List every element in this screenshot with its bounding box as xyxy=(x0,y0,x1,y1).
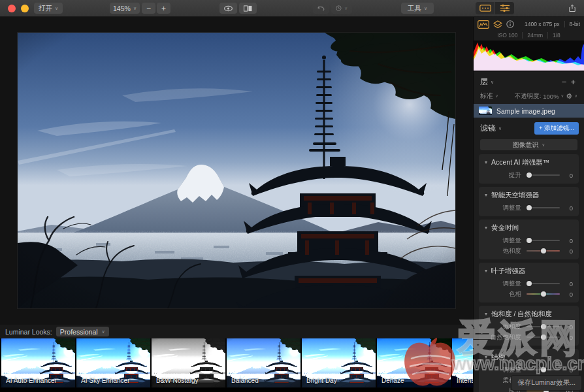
filter-category-dropdown[interactable]: 图像意识 ∨ xyxy=(480,139,577,150)
filter-section-header[interactable]: ▾ 黄金时间 xyxy=(479,220,579,235)
chevron-down-icon: ∨ xyxy=(102,329,105,335)
look-preset-thumbnail[interactable]: AI Sky Enhancer xyxy=(76,338,150,387)
right-panel: 1400 x 875 px 8-bit ISO 100 24mm 1/8 层 ∨… xyxy=(473,16,584,392)
history-button[interactable]: ∨ xyxy=(331,3,352,14)
filter-section-header[interactable]: ▾ 结构 xyxy=(479,349,579,365)
share-export-button[interactable] xyxy=(564,3,580,14)
image-dimensions: 1400 x 875 px xyxy=(525,21,559,27)
filter-section-saturation-vibrance: ▾ 饱和度 / 自然饱和度 饱和度 0 自然饱和度 0 xyxy=(479,306,579,346)
slider-knob[interactable] xyxy=(541,335,546,340)
look-preset-thumbnail[interactable]: Bright Day xyxy=(302,338,376,387)
slider-knob[interactable] xyxy=(541,324,546,329)
slider-track[interactable] xyxy=(527,369,560,370)
slider-value: 0 xyxy=(560,204,573,212)
undo-button[interactable] xyxy=(313,3,329,14)
look-preset-thumbnail[interactable]: Dehaze xyxy=(377,338,451,387)
slider-label: 饱和度 xyxy=(485,323,527,331)
slider-knob[interactable] xyxy=(527,172,532,178)
look-preset-name: Bright Day xyxy=(306,377,337,384)
slider-row: 色相 0 xyxy=(479,289,579,299)
look-preset-thumbnail[interactable]: Balanced xyxy=(227,338,300,387)
slider-row: 饱和度 0 xyxy=(479,321,579,332)
slider-row: 调整量 0 xyxy=(479,278,579,289)
filter-section-header[interactable]: ▾ 饱和度 / 自然饱和度 xyxy=(479,306,579,321)
slider-track[interactable] xyxy=(527,326,560,327)
blend-mode-dropdown[interactable]: 标准 xyxy=(480,91,493,101)
preview-toggle-button[interactable] xyxy=(219,3,237,14)
histogram xyxy=(474,41,584,71)
filter-section-title: 饱和度 / 自然饱和度 xyxy=(491,310,552,319)
look-preset-name: Dehaze xyxy=(381,377,404,384)
opacity-value-dropdown[interactable]: 100% xyxy=(543,93,559,100)
slider-value: 0 xyxy=(560,237,573,244)
zoom-in-button[interactable]: + xyxy=(157,3,170,14)
filter-section-title: 叶子增强器 xyxy=(491,267,526,276)
slider-knob[interactable] xyxy=(527,238,532,243)
save-luminar-look-button[interactable]: 保存Luminar效果... xyxy=(511,375,582,391)
exif-focal-length: 24mm xyxy=(522,32,547,39)
slider-knob[interactable] xyxy=(541,248,546,253)
slider-track[interactable] xyxy=(527,207,560,208)
chevron-down-icon: ∨ xyxy=(498,126,502,131)
slider-row: 自然饱和度 0 xyxy=(479,332,579,342)
add-layer-button[interactable]: + xyxy=(568,79,577,86)
collapse-triangle-icon: ▾ xyxy=(485,312,487,317)
filter-section-header[interactable]: ▾ 智能天空增强器 xyxy=(479,187,579,203)
chevron-down-icon: ∨ xyxy=(495,93,498,99)
remove-layer-button[interactable]: − xyxy=(560,79,569,86)
slider-row: 调整量 0 xyxy=(479,203,579,213)
exif-row: ISO 100 24mm 1/8 xyxy=(474,31,584,39)
filters-panel-toggle-button[interactable] xyxy=(495,2,514,14)
layers-header: 层 ∨ − + xyxy=(474,72,584,90)
slider-knob[interactable] xyxy=(527,205,532,210)
filter-section-header[interactable]: ▾ Accent AI 增强器™ xyxy=(479,154,579,170)
collapse-triangle-icon: ▾ xyxy=(485,269,487,274)
layers-toggle-icon[interactable] xyxy=(493,20,502,29)
slider-track[interactable] xyxy=(527,240,560,241)
slider-track[interactable] xyxy=(527,293,560,295)
minimize-window-button[interactable] xyxy=(21,5,29,12)
slider-row: 饱和度 0 xyxy=(479,246,579,256)
slider-value: 0 xyxy=(560,367,573,374)
filter-section-title: Accent AI 增强器™ xyxy=(491,158,549,167)
layer-item-selected[interactable]: Sample image.jpeg xyxy=(474,104,584,118)
main-photo[interactable] xyxy=(18,33,455,308)
add-filter-button[interactable]: + 添加滤镜... xyxy=(534,122,579,135)
looks-panel-toggle-button[interactable] xyxy=(476,2,495,14)
blend-row: 标准 ∨ 不透明度: 100% ∨ ⚙ ∨ xyxy=(474,90,584,104)
before-after-compare-button[interactable] xyxy=(239,3,257,14)
filter-category-label: 图像意识 xyxy=(513,140,539,150)
look-preset-name: AI Sky Enhancer xyxy=(81,377,129,384)
slider-value: 0 xyxy=(560,280,573,287)
slider-row: 提升 0 xyxy=(479,170,579,180)
filter-section-header[interactable]: ▾ 叶子增强器 xyxy=(479,263,579,278)
clock-icon xyxy=(336,5,342,12)
chevron-down-icon: ∨ xyxy=(561,93,564,99)
opacity-label: 不透明度: xyxy=(515,92,542,101)
slider-knob[interactable] xyxy=(527,281,532,286)
tools-label: 工具 xyxy=(408,4,421,13)
look-preset-thumbnail[interactable]: AI Auto Enhancer xyxy=(1,338,75,387)
look-preset-thumbnail[interactable]: B&W Nostalgy xyxy=(152,338,225,387)
slider-track[interactable] xyxy=(527,283,560,284)
image-bit-depth: 8-bit xyxy=(564,21,580,27)
looks-category-dropdown[interactable]: Professional ∨ xyxy=(56,327,109,336)
tools-dropdown[interactable]: 工具 ∨ xyxy=(401,3,434,14)
open-button[interactable]: 打开 ∨ xyxy=(34,3,63,14)
slider-knob[interactable] xyxy=(541,291,546,297)
slider-track[interactable] xyxy=(527,336,560,338)
slider-track[interactable] xyxy=(527,250,560,252)
gear-icon[interactable]: ⚙ xyxy=(566,93,572,100)
zoom-out-button[interactable]: − xyxy=(142,3,155,14)
close-window-button[interactable] xyxy=(8,5,16,12)
histogram-toggle-icon[interactable] xyxy=(478,20,489,29)
zoom-level-dropdown[interactable]: 145% ∨ xyxy=(110,3,140,14)
slider-track[interactable] xyxy=(527,174,560,176)
layer-thumbnail xyxy=(479,106,492,115)
slider-knob[interactable] xyxy=(541,367,546,372)
slider-value: 0 xyxy=(560,323,573,331)
chevron-down-icon: ∨ xyxy=(344,6,348,10)
info-icon[interactable] xyxy=(506,20,514,28)
collapse-triangle-icon: ▾ xyxy=(485,193,487,198)
filter-section-title: 智能天空增强器 xyxy=(491,191,540,200)
